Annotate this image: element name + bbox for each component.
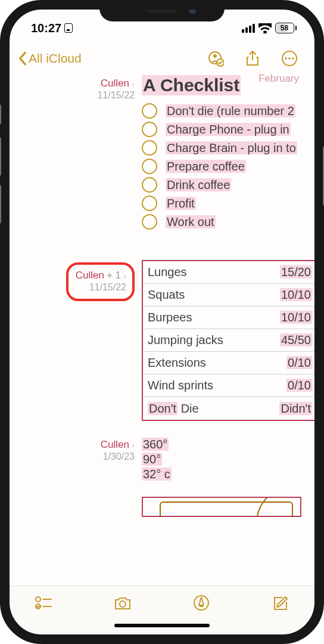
note-title: A Checklist <box>142 75 241 95</box>
status-time: 10:27 <box>31 21 61 35</box>
compose-icon[interactable] <box>272 595 289 611</box>
chevron-left-icon <box>18 51 27 66</box>
table-row[interactable]: Extensions0/10 <box>143 352 314 374</box>
table-row[interactable]: Lunges15/20 <box>143 261 314 284</box>
checkbox-icon[interactable] <box>142 140 157 156</box>
back-label: All iCloud <box>29 51 82 66</box>
checklist-item[interactable]: Profit <box>142 196 314 211</box>
activity-author[interactable]: Cullen › <box>101 78 135 89</box>
activity-date: 11/15/22 <box>76 282 126 293</box>
back-button[interactable]: All iCloud <box>18 51 82 66</box>
cellular-signal-icon <box>242 24 255 33</box>
markup-icon[interactable] <box>192 595 210 611</box>
home-indicator[interactable] <box>114 624 210 627</box>
checkbox-icon[interactable] <box>142 159 157 174</box>
temp-value: 90° <box>142 453 162 466</box>
temp-value: 360° <box>142 438 169 451</box>
checklist-item[interactable]: Work out <box>142 214 314 230</box>
note-activity-content: February Cullen › 11/15/22 A Checklist D… <box>10 73 314 596</box>
table-row[interactable]: Wind sprints0/10 <box>143 374 314 397</box>
nav-bar: All iCloud <box>10 42 314 73</box>
checkbox-icon[interactable] <box>142 177 157 193</box>
additional-authors: + 1 <box>107 270 121 281</box>
chevron-right-icon: › <box>132 440 135 450</box>
peek-header: February <box>258 73 299 85</box>
share-icon[interactable] <box>244 50 261 67</box>
activity-date: 1/30/23 <box>10 451 135 462</box>
table-row[interactable]: Jumping jacks45/50 <box>143 329 314 352</box>
checklist-item[interactable]: Charge Phone - plug in <box>142 122 314 137</box>
chevron-right-icon: › <box>132 79 135 89</box>
table-row[interactable]: Don't DieDidn't <box>143 397 314 420</box>
activity-entry: Cullen › 11/15/22 A Checklist Don't die … <box>10 73 314 233</box>
svg-point-7 <box>36 597 40 602</box>
activity-date: 11/15/22 <box>10 90 135 101</box>
wifi-icon <box>258 23 272 33</box>
chevron-right-icon: › <box>123 271 126 281</box>
svg-point-1 <box>213 54 217 58</box>
checkbox-icon[interactable] <box>142 196 157 211</box>
svg-point-6 <box>292 57 294 60</box>
svg-point-5 <box>288 57 291 60</box>
orientation-lock-icon <box>64 23 73 33</box>
table-row[interactable]: Squats10/10 <box>143 284 314 306</box>
checkbox-icon[interactable] <box>142 122 157 137</box>
checklist-item[interactable]: Charge Brain - plug in to <box>142 140 314 156</box>
svg-point-4 <box>285 57 287 60</box>
checklist-icon[interactable] <box>35 595 52 611</box>
checkbox-icon[interactable] <box>142 214 157 230</box>
activity-author[interactable]: Cullen + 1 › <box>76 270 126 281</box>
activity-author[interactable]: Cullen › <box>101 439 135 451</box>
checklist-item[interactable]: Drink coffee <box>142 177 314 193</box>
annotation-circle: Cullen + 1 › 11/15/22 <box>66 262 135 301</box>
sketch-image-preview[interactable] <box>142 497 301 517</box>
more-icon[interactable] <box>281 50 298 67</box>
activity-entry: Cullen › 1/30/23 360° 90° 32° c <box>10 434 314 517</box>
checklist-item[interactable]: Prepare coffee <box>142 159 314 174</box>
svg-point-9 <box>120 601 126 607</box>
battery-icon: 58 <box>275 23 297 33</box>
temp-value: 32° c <box>142 467 172 481</box>
collaborate-icon[interactable] <box>207 50 224 67</box>
table-row[interactable]: Burpees10/10 <box>143 306 314 329</box>
checklist-item[interactable]: Don't die (rule number 2 <box>142 103 314 119</box>
exercise-table: Lunges15/20 Squats10/10 Burpees10/10 Jum… <box>142 260 314 421</box>
camera-icon[interactable] <box>114 595 132 611</box>
checkbox-icon[interactable] <box>142 103 157 119</box>
activity-entry: Cullen + 1 › 11/15/22 Lunges15/20 Squats… <box>10 258 314 421</box>
